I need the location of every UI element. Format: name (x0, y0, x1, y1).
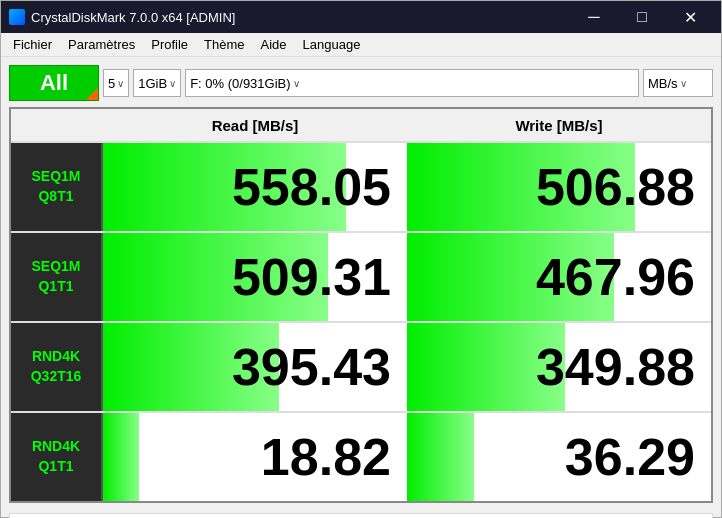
menu-fichier[interactable]: Fichier (5, 33, 60, 56)
menu-profile[interactable]: Profile (143, 33, 196, 56)
row-write-rnd4k-q32t16: 349.88 (407, 323, 711, 411)
table-row-seq1m-q8t1: SEQ1M Q8T1 558.05 506.88 (11, 141, 711, 231)
unit-select[interactable]: MB/s ∨ (643, 69, 713, 97)
row-write-seq1m-q1t1: 467.96 (407, 233, 711, 321)
row-read-rnd4k-q32t16: 395.43 (103, 323, 407, 411)
menu-aide[interactable]: Aide (253, 33, 295, 56)
drive-arrow: ∨ (293, 78, 300, 89)
header-write: Write [MB/s] (407, 109, 711, 141)
size-arrow: ∨ (169, 78, 176, 89)
table-body: SEQ1M Q8T1 558.05 506.88 SEQ1M Q1T1 509.… (11, 141, 711, 501)
row-write-rnd4k-q1t1: 36.29 (407, 413, 711, 501)
header-label (11, 109, 103, 141)
menu-parametres[interactable]: Paramètres (60, 33, 143, 56)
header-read: Read [MB/s] (103, 109, 407, 141)
row-read-seq1m-q1t1: 509.31 (103, 233, 407, 321)
table-row-seq1m-q1t1: SEQ1M Q1T1 509.31 467.96 (11, 231, 711, 321)
row-label-rnd4k-q1t1: RND4K Q1T1 (11, 413, 103, 501)
bottom-panel (9, 513, 713, 518)
unit-arrow: ∨ (680, 78, 687, 89)
drive-value: F: 0% (0/931GiB) (190, 76, 290, 91)
runs-arrow: ∨ (117, 78, 124, 89)
all-button[interactable]: All (9, 65, 99, 101)
window-title: CrystalDiskMark 7.0.0 x64 [ADMIN] (31, 10, 571, 25)
benchmark-table: Read [MB/s] Write [MB/s] SEQ1M Q8T1 558.… (9, 107, 713, 503)
minimize-button[interactable]: ─ (571, 1, 617, 33)
drive-select[interactable]: F: 0% (0/931GiB) ∨ (185, 69, 639, 97)
title-bar: CrystalDiskMark 7.0.0 x64 [ADMIN] ─ □ ✕ (1, 1, 721, 33)
table-row-rnd4k-q1t1: RND4K Q1T1 18.82 36.29 (11, 411, 711, 501)
menu-theme[interactable]: Thème (196, 33, 252, 56)
menu-language[interactable]: Language (295, 33, 369, 56)
row-label-seq1m-q1t1: SEQ1M Q1T1 (11, 233, 103, 321)
table-row-rnd4k-q32t16: RND4K Q32T16 395.43 349.88 (11, 321, 711, 411)
row-label-rnd4k-q32t16: RND4K Q32T16 (11, 323, 103, 411)
window-controls: ─ □ ✕ (571, 1, 713, 33)
close-button[interactable]: ✕ (667, 1, 713, 33)
size-select[interactable]: 1GiB ∨ (133, 69, 181, 97)
row-read-rnd4k-q1t1: 18.82 (103, 413, 407, 501)
row-label-seq1m-q8t1: SEQ1M Q8T1 (11, 143, 103, 231)
row-read-seq1m-q8t1: 558.05 (103, 143, 407, 231)
size-value: 1GiB (138, 76, 167, 91)
menu-bar: Fichier Paramètres Profile Thème Aide La… (1, 33, 721, 57)
toolbar: All 5 ∨ 1GiB ∨ F: 0% (0/931GiB) ∨ MB/s ∨ (9, 65, 713, 101)
unit-value: MB/s (648, 76, 678, 91)
runs-value: 5 (108, 76, 115, 91)
app-icon (9, 9, 25, 25)
main-content: All 5 ∨ 1GiB ∨ F: 0% (0/931GiB) ∨ MB/s ∨ (1, 57, 721, 518)
main-window: CrystalDiskMark 7.0.0 x64 [ADMIN] ─ □ ✕ … (0, 0, 722, 518)
row-write-seq1m-q8t1: 506.88 (407, 143, 711, 231)
runs-select[interactable]: 5 ∨ (103, 69, 129, 97)
table-header: Read [MB/s] Write [MB/s] (11, 109, 711, 141)
maximize-button[interactable]: □ (619, 1, 665, 33)
